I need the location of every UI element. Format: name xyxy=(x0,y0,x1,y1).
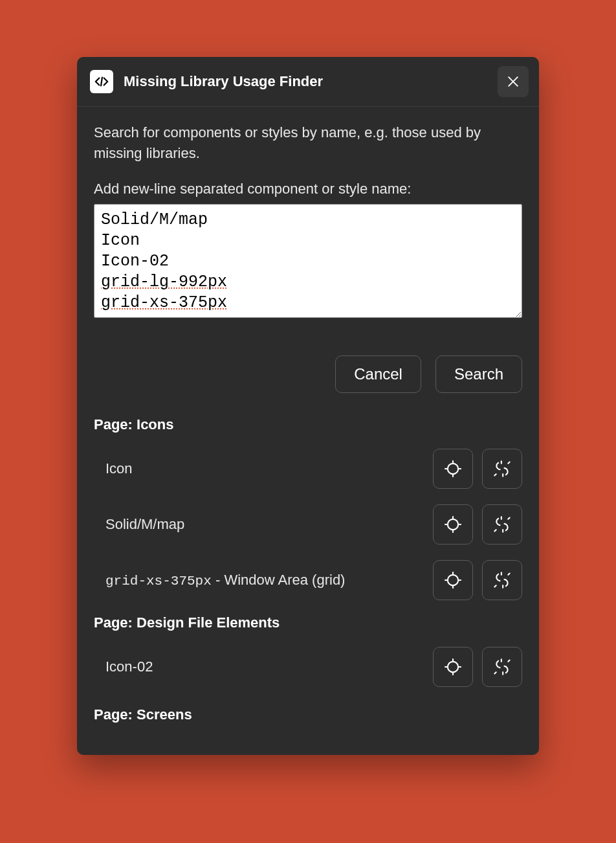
page-heading: Page: Icons xyxy=(94,416,522,433)
target-icon xyxy=(444,460,462,478)
svg-line-27 xyxy=(508,573,509,574)
code-icon xyxy=(94,74,109,89)
unlink-icon xyxy=(493,460,511,478)
results-container: Page: IconsIconSolid/M/mapgrid-xs-375px … xyxy=(94,416,522,723)
locate-button[interactable] xyxy=(433,504,473,545)
svg-line-35 xyxy=(494,672,496,673)
close-icon xyxy=(506,74,520,89)
description-text: Search for components or styles by name,… xyxy=(94,122,522,164)
target-icon xyxy=(444,571,462,589)
close-button[interactable] xyxy=(498,66,529,97)
svg-line-36 xyxy=(508,660,509,661)
app-icon xyxy=(90,70,113,93)
result-label: Icon-02 xyxy=(105,658,424,675)
svg-line-17 xyxy=(494,530,496,531)
detach-button[interactable] xyxy=(482,504,522,545)
result-row: grid-xs-375px - Window Area (grid) xyxy=(94,552,522,608)
titlebar: Missing Library Usage Finder xyxy=(77,57,539,107)
unlink-icon xyxy=(493,571,511,589)
svg-line-18 xyxy=(508,517,509,519)
cancel-button[interactable]: Cancel xyxy=(335,355,421,393)
svg-line-9 xyxy=(508,462,509,463)
target-icon xyxy=(444,658,462,676)
result-label: Icon xyxy=(105,460,424,477)
panel-body: Search for components or styles by name,… xyxy=(77,107,539,755)
page-heading: Page: Design File Elements xyxy=(94,614,522,631)
search-button[interactable]: Search xyxy=(435,355,522,393)
svg-point-21 xyxy=(448,575,458,585)
page-heading: Page: Screens xyxy=(94,706,522,723)
plugin-panel: Missing Library Usage Finder Search for … xyxy=(77,57,539,755)
detach-button[interactable] xyxy=(482,449,522,489)
detach-button[interactable] xyxy=(482,647,522,687)
result-label: grid-xs-375px - Window Area (grid) xyxy=(105,572,424,589)
locate-button[interactable] xyxy=(433,449,473,489)
result-row: Solid/M/map xyxy=(94,497,522,552)
unlink-icon xyxy=(493,658,511,676)
unlink-icon xyxy=(493,515,511,534)
locate-button[interactable] xyxy=(433,647,473,687)
svg-line-0 xyxy=(101,78,102,86)
svg-point-12 xyxy=(448,519,458,530)
svg-line-26 xyxy=(494,585,496,587)
svg-point-3 xyxy=(448,464,458,474)
result-row: Icon xyxy=(94,441,522,497)
button-row: Cancel Search xyxy=(94,355,522,393)
svg-line-8 xyxy=(494,474,496,475)
input-label: Add new-line separated component or styl… xyxy=(94,181,522,197)
result-label: Solid/M/map xyxy=(105,516,424,533)
target-icon xyxy=(444,515,462,534)
panel-title: Missing Library Usage Finder xyxy=(124,73,498,90)
result-row: Icon-02 xyxy=(94,639,522,695)
locate-button[interactable] xyxy=(433,560,473,600)
names-textarea[interactable]: Solid/M/mapIconIcon-02grid-lg-992pxgrid-… xyxy=(94,204,522,318)
detach-button[interactable] xyxy=(482,560,522,600)
svg-point-30 xyxy=(448,662,458,672)
